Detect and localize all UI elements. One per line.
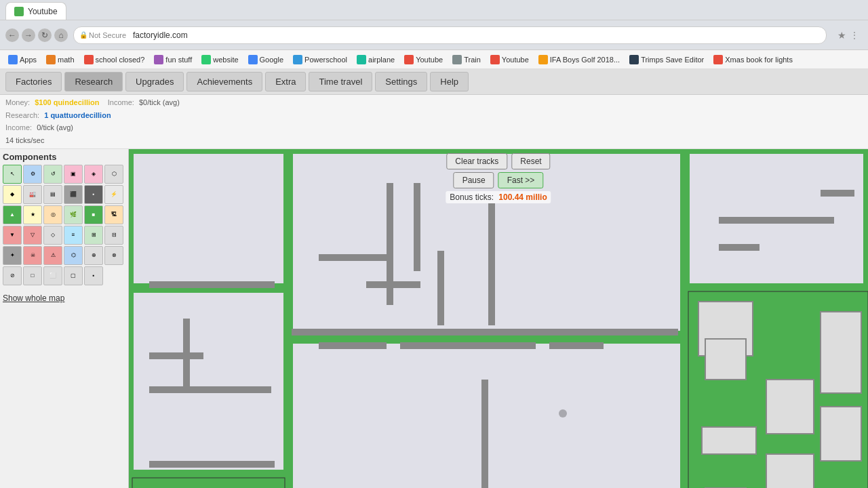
comp-item-15[interactable]: ◎ <box>43 205 62 224</box>
road-h <box>719 244 760 251</box>
nav-refresh-button[interactable]: ↻ <box>38 28 52 42</box>
comp-item-3[interactable]: ↺ <box>43 165 62 184</box>
comp-item-32[interactable]: □ <box>23 266 42 285</box>
fast-button[interactable]: Fast >> <box>498 172 544 188</box>
extensions-button[interactable]: ⋮ <box>846 29 863 41</box>
nav-forward-button[interactable]: → <box>22 28 35 42</box>
address-bar[interactable]: 🔒 Not Secure factoryidle.com <box>73 26 827 44</box>
pause-button[interactable]: Pause <box>454 172 494 188</box>
nav-home-button[interactable]: ⌂ <box>54 28 68 42</box>
tab-research[interactable]: Research <box>64 72 123 92</box>
comp-item-30[interactable]: ⊗ <box>104 246 123 265</box>
comp-item-35[interactable]: ▪ <box>84 266 103 285</box>
bookmark-powerschool[interactable]: Powerschool <box>290 54 350 66</box>
comp-item-19[interactable]: ▼ <box>3 226 22 245</box>
comp-item-4[interactable]: ▣ <box>64 165 83 184</box>
tab-help[interactable]: Help <box>430 72 469 92</box>
youtube1-icon <box>404 55 414 64</box>
sidebar: Components ↖ ⚙ ↺ ▣ ◈ ⬡ ◆ 🏭 ▤ ⬛ ▪ ⚡ ▲ ★ <box>0 149 129 488</box>
comp-cursor[interactable]: ↖ <box>3 165 22 184</box>
comp-item-17[interactable]: ■ <box>84 205 103 224</box>
money-value: $100 quindecillion <box>35 98 99 106</box>
road-h <box>319 342 387 349</box>
bookmark-xmas[interactable]: Xmas book for lights <box>711 54 795 66</box>
clear-tracks-button[interactable]: Clear tracks <box>446 153 507 169</box>
bookmark-label: website <box>213 56 238 64</box>
comp-item-11[interactable]: ▪ <box>84 185 103 204</box>
trimps-icon <box>629 55 639 64</box>
comp-item-28[interactable]: ⌬ <box>64 246 83 265</box>
bookmark-label: Google <box>260 56 283 64</box>
comp-item-9[interactable]: ▤ <box>43 185 62 204</box>
factory-room-ml <box>132 291 285 471</box>
comp-item-10[interactable]: ⬛ <box>64 185 83 204</box>
comp-item-31[interactable]: ⊘ <box>3 266 22 285</box>
factory-inner-mr5 <box>821 407 861 461</box>
bookmark-fun[interactable]: fun stuff <box>151 54 195 66</box>
tab-factories[interactable]: Factories <box>5 72 62 92</box>
bookmark-google[interactable]: Google <box>245 54 286 66</box>
comp-item-14[interactable]: ★ <box>23 205 42 224</box>
comp-item-8[interactable]: 🏭 <box>23 185 42 204</box>
tab-upgrades[interactable]: Upgrades <box>125 72 184 92</box>
comp-item-2[interactable]: ⚙ <box>23 165 42 184</box>
bookmark-airplane[interactable]: airplane <box>354 54 397 66</box>
website-icon <box>201 55 211 64</box>
math-icon <box>46 55 56 64</box>
bookmark-math[interactable]: math <box>43 54 77 66</box>
bookmark-label: Youtube <box>416 56 443 64</box>
active-tab[interactable]: Youtube <box>5 2 66 20</box>
bookmark-label: school closed? <box>96 56 145 64</box>
research-income-row: Income: 0/tick (avg) <box>5 121 863 134</box>
comp-item-20[interactable]: ▽ <box>23 226 42 245</box>
comp-item-6[interactable]: ⬡ <box>104 165 123 184</box>
bookmark-ifa[interactable]: IFA Boys Golf 2018... <box>536 54 623 66</box>
control-panel: Clear tracks Reset Pause Fast >> Bonus t… <box>441 149 555 207</box>
tab-extra[interactable]: Extra <box>265 72 306 92</box>
comp-item-25[interactable]: ✦ <box>3 246 22 265</box>
tab-settings[interactable]: Settings <box>375 72 427 92</box>
comp-item-21[interactable]: ◇ <box>43 226 62 245</box>
bookmark-label: Train <box>464 56 481 64</box>
comp-item-29[interactable]: ⊕ <box>84 246 103 265</box>
comp-item-26[interactable]: ☠ <box>23 246 42 265</box>
bookmark-trimps[interactable]: Trimps Save Editor <box>627 54 707 66</box>
star-button[interactable]: ★ <box>837 30 846 41</box>
bookmark-website[interactable]: website <box>199 54 241 66</box>
comp-item-23[interactable]: ⊞ <box>84 226 103 245</box>
comp-item-16[interactable]: 🌿 <box>64 205 83 224</box>
school-icon <box>84 55 94 64</box>
bookmark-apps[interactable]: Apps <box>5 54 39 66</box>
main-layout: Components ↖ ⚙ ↺ ▣ ◈ ⬡ ◆ 🏭 ▤ ⬛ ▪ ⚡ ▲ ★ <box>0 149 868 488</box>
comp-item-33[interactable]: ⬜ <box>43 266 62 285</box>
reset-button[interactable]: Reset <box>511 153 550 169</box>
game-area[interactable]: Clear tracks Reset Pause Fast >> Bonus t… <box>129 149 868 488</box>
nav-back-button[interactable]: ← <box>5 28 19 42</box>
tab-achievements[interactable]: Achievements <box>186 72 262 92</box>
comp-item-24[interactable]: ⊟ <box>104 226 123 245</box>
tab-time-travel[interactable]: Time travel <box>309 72 372 92</box>
show-whole-map-link[interactable]: Show whole map <box>3 293 125 303</box>
factory-inner-mr6 <box>702 427 756 454</box>
component-grid: ↖ ⚙ ↺ ▣ ◈ ⬡ ◆ 🏭 ▤ ⬛ ▪ ⚡ ▲ ★ ◎ 🌿 ■ <box>3 165 125 285</box>
bookmark-school[interactable]: school closed? <box>81 54 148 66</box>
road-h <box>149 386 271 393</box>
comp-item-12[interactable]: ⚡ <box>104 185 123 204</box>
apps-icon <box>8 55 18 64</box>
bookmark-youtube1[interactable]: Youtube <box>401 54 446 66</box>
comp-item-13[interactable]: ▲ <box>3 205 22 224</box>
research-income-value: 0/tick (avg) <box>37 123 73 131</box>
comp-item-5[interactable]: ◈ <box>84 165 103 184</box>
money-label: Money: <box>5 98 30 106</box>
comp-item-34[interactable]: ▢ <box>64 266 83 285</box>
comp-item-27[interactable]: ⚠ <box>43 246 62 265</box>
bookmark-label: Apps <box>20 56 37 64</box>
factory-inner-mr4 <box>821 312 861 393</box>
bookmark-youtube2[interactable]: Youtube <box>488 54 532 66</box>
comp-item-22[interactable]: ≡ <box>64 226 83 245</box>
road-h <box>149 461 275 468</box>
comp-item-18[interactable]: 🏗 <box>104 205 123 224</box>
bookmark-train[interactable]: Train <box>450 54 484 66</box>
research-value: 1 quattuordecillion <box>44 111 111 119</box>
comp-item-7[interactable]: ◆ <box>3 185 22 204</box>
